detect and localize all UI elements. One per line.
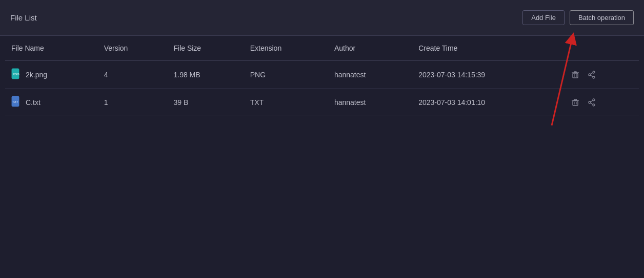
cell-filename: TXT C.txt	[5, 89, 98, 116]
delete-button[interactable]	[570, 70, 580, 80]
svg-rect-5	[574, 72, 576, 73]
cell-author: hannatest	[328, 89, 412, 116]
svg-point-10	[593, 76, 595, 78]
svg-line-25	[591, 103, 593, 104]
svg-rect-16	[573, 101, 578, 105]
cell-version: 4	[98, 61, 168, 89]
svg-line-24	[591, 100, 593, 102]
cell-filesize: 1.98 MB	[167, 61, 244, 89]
filename-text: C.txt	[26, 98, 41, 106]
cell-actions	[564, 61, 639, 89]
cell-extension: TXT	[244, 89, 328, 116]
col-header-filesize: File Size	[167, 36, 244, 61]
svg-point-23	[593, 104, 595, 106]
cell-createtime: 2023-07-03 14:01:10	[412, 89, 564, 116]
cell-filesize: 39 B	[167, 89, 244, 116]
svg-line-11	[591, 73, 593, 74]
filename-text: 2k.png	[26, 71, 47, 79]
col-header-version: Version	[98, 36, 168, 61]
svg-point-22	[589, 101, 591, 103]
file-table-area: File Name Version File Size Extension Au…	[0, 36, 644, 278]
table-row: PNG 2k.png41.98 MBPNGhannatest2023-07-03…	[5, 61, 639, 89]
table-header-row: File Name Version File Size Extension Au…	[5, 36, 639, 61]
txt-file-icon: TXT	[11, 96, 22, 109]
cell-filename: PNG 2k.png	[5, 61, 98, 89]
svg-text:TXT: TXT	[12, 100, 18, 103]
add-file-button[interactable]: Add File	[522, 10, 565, 25]
col-header-author: Author	[328, 36, 412, 61]
svg-point-8	[593, 71, 595, 73]
svg-point-21	[593, 99, 595, 101]
col-header-filename: File Name	[5, 36, 98, 61]
svg-text:PNG: PNG	[13, 73, 19, 76]
cell-createtime: 2023-07-03 14:15:39	[412, 61, 564, 89]
share-button[interactable]	[587, 97, 597, 108]
cell-extension: PNG	[244, 61, 328, 89]
batch-operation-button[interactable]: Batch operation	[570, 10, 634, 25]
png-file-icon: PNG	[11, 68, 22, 81]
share-button[interactable]	[587, 70, 597, 80]
file-table: File Name Version File Size Extension Au…	[5, 36, 639, 116]
page-title: File List	[10, 13, 37, 22]
cell-version: 1	[98, 89, 168, 116]
col-header-actions	[564, 36, 639, 61]
file-list-header: File List Add File Batch operation	[0, 0, 644, 36]
svg-rect-3	[573, 73, 578, 78]
svg-rect-18	[574, 99, 576, 100]
header-actions: Add File Batch operation	[522, 10, 634, 25]
col-header-createtime: Create Time	[412, 36, 564, 61]
table-row: TXT C.txt139 BTXThannatest2023-07-03 14:…	[5, 89, 639, 116]
cell-author: hannatest	[328, 61, 412, 89]
svg-point-9	[589, 74, 591, 76]
cell-actions	[564, 89, 639, 116]
delete-button[interactable]	[570, 97, 580, 108]
col-header-extension: Extension	[244, 36, 328, 61]
svg-line-12	[591, 75, 593, 77]
